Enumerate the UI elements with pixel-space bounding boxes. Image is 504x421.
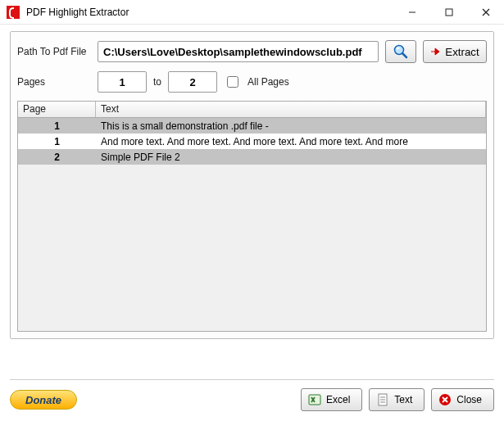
extract-label: Extract	[445, 46, 479, 58]
svg-rect-7	[309, 395, 320, 405]
close-label: Close	[456, 394, 482, 405]
column-header-page[interactable]: Page	[18, 102, 96, 117]
svg-rect-1	[446, 9, 452, 16]
window-controls	[393, 0, 504, 24]
results-table: Page Text 1This is a small demonstration…	[17, 101, 487, 332]
extract-button[interactable]: Extract	[423, 40, 487, 63]
minimize-button[interactable]	[393, 0, 430, 24]
title-bar: PDF Highlight Extractor	[0, 0, 504, 25]
text-file-icon	[376, 393, 389, 406]
cell-page: 1	[18, 135, 96, 148]
table-row[interactable]: 1And more text. And more text. And more …	[18, 134, 486, 149]
to-label: to	[153, 76, 161, 88]
all-pages-label: All Pages	[247, 76, 289, 88]
cell-text: This is a small demonstration .pdf file …	[96, 120, 486, 133]
footer-bar: Donate Excel Text Close	[10, 379, 494, 411]
text-label: Text	[394, 394, 412, 405]
main-panel: Path To Pdf File Extract Pages to All Pa…	[10, 31, 494, 339]
maximize-button[interactable]	[430, 0, 467, 24]
column-header-text[interactable]: Text	[96, 102, 486, 117]
magnifier-icon	[393, 43, 409, 60]
pages-label: Pages	[17, 76, 91, 88]
app-icon	[7, 6, 20, 19]
cell-text: And more text. And more text. And more t…	[96, 135, 486, 148]
window-title: PDF Highlight Extractor	[26, 7, 393, 18]
close-window-button[interactable]	[467, 0, 504, 24]
cell-page: 1	[18, 120, 96, 133]
path-input[interactable]	[98, 41, 379, 62]
browse-button[interactable]	[385, 40, 416, 63]
close-button[interactable]: Close	[431, 388, 494, 411]
page-from-input[interactable]	[98, 71, 147, 93]
table-body[interactable]: 1This is a small demonstration .pdf file…	[18, 118, 486, 331]
svg-point-5	[396, 48, 399, 50]
excel-label: Excel	[326, 394, 350, 405]
svg-line-6	[402, 53, 406, 57]
all-pages-checkbox[interactable]	[227, 76, 238, 88]
close-icon	[438, 393, 452, 406]
page-to-input[interactable]	[168, 71, 217, 93]
text-button[interactable]: Text	[369, 388, 425, 411]
cell-text: Simple PDF File 2	[96, 151, 486, 164]
table-row[interactable]: 2Simple PDF File 2	[18, 149, 486, 165]
donate-button[interactable]: Donate	[10, 390, 77, 410]
excel-button[interactable]: Excel	[301, 388, 362, 411]
cell-page: 2	[18, 151, 96, 164]
arrow-right-icon	[430, 46, 442, 57]
excel-icon	[308, 393, 321, 406]
table-row[interactable]: 1This is a small demonstration .pdf file…	[18, 118, 486, 134]
path-label: Path To Pdf File	[17, 46, 91, 57]
